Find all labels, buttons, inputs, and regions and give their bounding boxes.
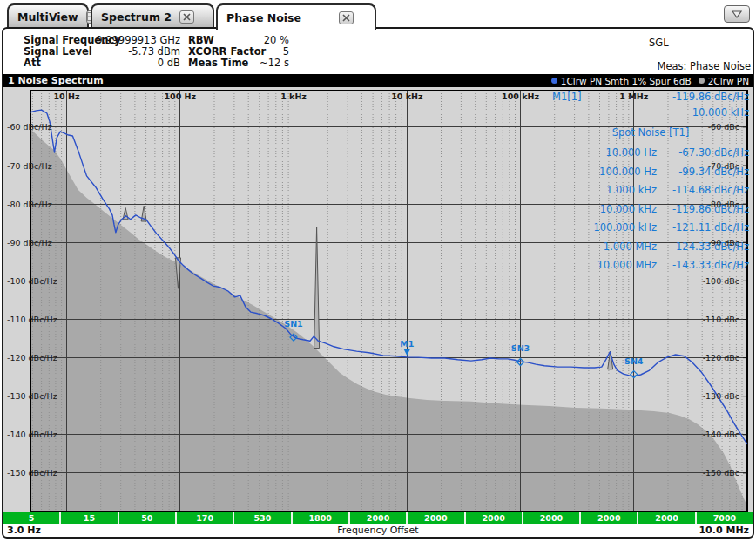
marker-m1-frequency: 10.000 kHz (552, 106, 749, 122)
y-axis-label-left: -120 dBc/Hz (7, 353, 57, 362)
spot-noise-row: 1.000 kHz-114.68 dBc/Hz (552, 181, 749, 200)
y-axis-label-right: -150 dBc (703, 468, 739, 478)
spot-noise-row: 100.000 kHz-121.11 dBc/Hz (552, 219, 749, 238)
progress-segment: 7000 (697, 512, 753, 524)
progress-segment: 2000 (638, 512, 696, 524)
channel-list-dropdown-button[interactable] (724, 5, 750, 23)
spot-noise-value: -143.33 dBc/Hz (657, 256, 749, 275)
signal-level-label: Signal Level (24, 45, 92, 58)
measurement-header: Signal Frequency 9.99999913 GHz Signal L… (3, 29, 753, 74)
spot-noise-row: 100.000 Hz-99.34 dBc/Hz (552, 163, 749, 182)
y-axis-label-left: -130 dBc/Hz (7, 391, 57, 401)
trace-2-label: 2Clrw PN (708, 76, 749, 86)
window-title: 1 Noise Spectrum (8, 75, 104, 86)
spot-noise-frequency: 100.000 Hz (552, 163, 657, 182)
att-value: 0 dB (91, 57, 180, 68)
spot-noise-row: 10.000 MHz-143.33 dBc/Hz (552, 256, 749, 275)
spot-noise-title: Spot Noise [T1] (552, 126, 749, 144)
spot-noise-row: 10.000 kHz-119.86 dBc/Hz (552, 200, 749, 220)
spot-noise-row: 1.000 MHz-124.33 dBc/Hz (552, 238, 749, 257)
spot-noise-table: 10.000 Hz-67.30 dBc/Hz100.000 Hz-99.34 d… (552, 144, 749, 275)
spot-noise-value: -114.68 dBc/Hz (657, 181, 749, 200)
progress-segment: 15 (61, 512, 118, 524)
y-axis-label-right: -120 dBc (703, 353, 739, 362)
window-title-bar: 1 Noise Spectrum 1Clrw PN Smth 1% Spur 6… (3, 74, 753, 87)
progress-segment: 50 (119, 512, 177, 524)
tab-multiview[interactable]: MultiView (7, 3, 89, 28)
progress-segment: 5 (3, 512, 61, 524)
spot-noise-value: -119.86 dBc/Hz (657, 200, 749, 220)
tab-phase-noise-label: Phase Noise (226, 11, 301, 24)
progress-segment: 1800 (293, 512, 350, 524)
trace-1-label: 1Clrw PN Smth 1% Spur 6dB (561, 76, 692, 86)
y-axis-label-left: -90 dBc/Hz (7, 238, 52, 247)
spot-noise-frequency: 1.000 kHz (552, 181, 657, 200)
y-axis-label-left: -110 dBc/Hz (7, 315, 57, 324)
spot-noise-frequency: 10.000 Hz (552, 144, 657, 163)
signal-frequency-value: 9.99999913 GHz (91, 34, 180, 45)
spot-noise-value: -124.33 dBc/Hz (657, 238, 749, 257)
marker-sn4-label: SN4 (624, 356, 644, 366)
x-axis-decade-label: 100 kHz (502, 91, 539, 101)
rbw-value: 20 % (235, 34, 289, 45)
trace-info[interactable]: 1Clrw PN Smth 1% Spur 6dB 2Clrw PN (551, 76, 749, 86)
tab-spectrum-2[interactable]: Spectrum 2 (91, 3, 214, 28)
spot-noise-frequency: 1.000 MHz (552, 238, 657, 257)
trace-2-dot (699, 78, 705, 84)
x-axis-row: 3.0 Hz Frequency Offset 10.0 MHz (3, 524, 753, 537)
close-channel-icon[interactable] (339, 11, 354, 24)
measurement-progress-bar: 5155017053018002000200020002000200020007… (3, 512, 753, 524)
marker-m1-label: M1 (400, 339, 414, 349)
y-axis-label-left: -80 dBc/Hz (7, 200, 52, 209)
marker-panel: M1[1] -119.86 dBc/Hz 10.000 kHz Spot Noi… (552, 91, 749, 275)
x-axis-title: Frequency Offset (3, 525, 753, 536)
chevron-down-icon (732, 10, 742, 18)
meas-time-value: ~12 s (235, 57, 289, 68)
meas-type-indicator: Meas: Phase Noise (577, 60, 751, 71)
y-axis-label-right: -140 dBc (703, 430, 739, 439)
marker-m1-name: M1[1] (552, 91, 582, 106)
x-axis-decade-label: 10 kHz (391, 91, 423, 101)
spot-noise-value: -67.30 dBc/Hz (657, 144, 749, 163)
y-axis-label-right: -110 dBc (703, 315, 739, 324)
xcorr-factor-value: 5 (235, 45, 289, 57)
y-axis-label-right: -100 dBc (703, 276, 739, 286)
y-axis-label-right: -130 dBc (703, 391, 739, 401)
progress-segment: 170 (177, 512, 234, 524)
spot-noise-frequency: 10.000 MHz (552, 256, 657, 275)
marker-m1-value: -119.86 dBc/Hz (672, 91, 749, 106)
spot-noise-value: -121.11 dBc/Hz (657, 219, 749, 238)
att-label: Att (24, 57, 41, 69)
marker-sn3-label: SN3 (511, 343, 530, 353)
single-sweep-indicator: SGL (649, 37, 669, 48)
tab-spectrum-2-label: Spectrum 2 (101, 10, 172, 24)
rbw-label: RBW (188, 34, 214, 46)
close-channel-icon[interactable] (179, 10, 194, 24)
progress-segment: 2000 (466, 512, 523, 524)
marker-sn1-label: SN1 (284, 319, 302, 329)
progress-segment: 2000 (408, 512, 465, 524)
spot-noise-frequency: 10.000 kHz (552, 200, 657, 220)
y-axis-label-left: -140 dBc/Hz (7, 430, 57, 439)
progress-segment: 2000 (523, 512, 581, 524)
x-axis-decade-label: 100 Hz (164, 91, 196, 101)
spot-noise-frequency: 100.000 kHz (552, 219, 657, 238)
progress-segment: 530 (234, 512, 292, 524)
y-axis-label-left: -100 dBc/Hz (7, 276, 57, 286)
spot-noise-row: 10.000 Hz-67.30 dBc/Hz (552, 144, 749, 163)
x-axis-decade-label: 1 kHz (280, 91, 307, 101)
progress-segment: 2000 (350, 512, 408, 524)
tab-phase-noise[interactable]: Phase Noise (216, 3, 376, 30)
y-axis-label-left: -150 dBc/Hz (7, 468, 57, 478)
progress-segment: 2000 (581, 512, 638, 524)
x-axis-stop: 10.0 MHz (699, 525, 749, 536)
trace-1-dot (551, 78, 557, 84)
spot-noise-value: -99.34 dBc/Hz (657, 163, 749, 182)
y-axis-label-left: -70 dBc/Hz (7, 161, 52, 171)
signal-level-value: -5.73 dBm (91, 45, 180, 57)
tab-multiview-label: MultiView (17, 10, 78, 24)
x-axis-decade-label: 10 Hz (53, 91, 79, 101)
phase-noise-analyzer-screen: MultiView Spectrum 2 Phase Noise Signal … (0, 0, 756, 542)
y-axis-label-left: -60 dBc/Hz (7, 122, 52, 132)
